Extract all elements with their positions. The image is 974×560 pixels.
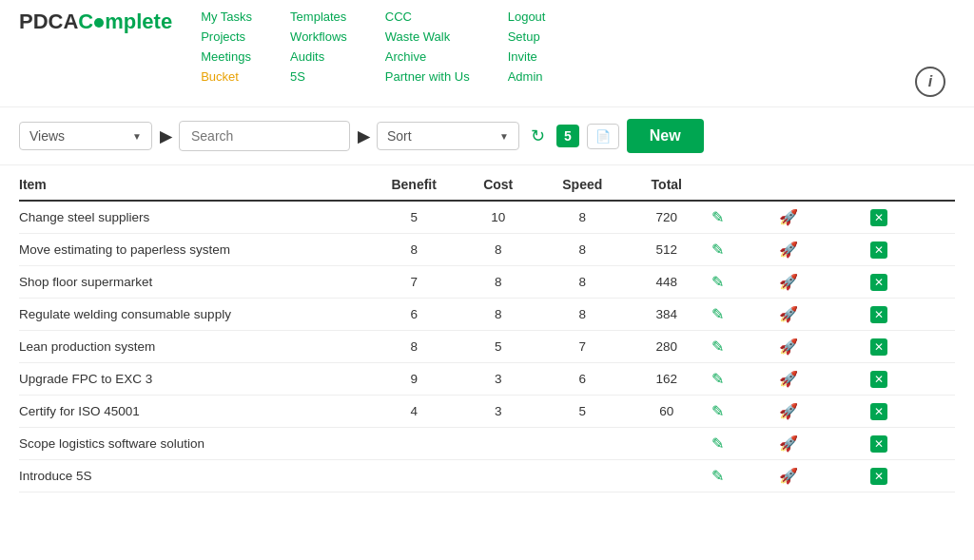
sort-dropdown[interactable]: Sort ▼ — [377, 122, 519, 150]
table-row: Move estimating to paperless system 8 8 … — [19, 234, 955, 266]
views-dropdown[interactable]: Views ▼ — [19, 122, 152, 150]
table-body: Change steel suppliers 5 10 8 720 ✎ 🚀 ✕ … — [19, 201, 955, 492]
rocket-icon[interactable]: 🚀 — [779, 468, 798, 484]
nav-meetings[interactable]: Meetings — [201, 49, 252, 64]
table-row: Scope logistics software solution ✎ 🚀 ✕ — [19, 428, 955, 460]
cell-launch: 🚀 — [779, 460, 870, 492]
edit-icon[interactable]: ✎ — [711, 338, 724, 355]
edit-icon[interactable]: ✎ — [711, 274, 724, 290]
edit-icon[interactable]: ✎ — [711, 403, 724, 419]
toolbar: Views ▼ ▶ ▶ Sort ▼ ↻ 5 📄 New — [0, 107, 974, 165]
rocket-icon[interactable]: 🚀 — [779, 435, 798, 452]
cell-edit: ✎ — [711, 234, 778, 266]
cell-delete: ✕ — [870, 331, 955, 363]
chevron-down-icon: ▼ — [132, 131, 142, 142]
col-header-total: Total — [628, 169, 712, 201]
delete-icon[interactable]: ✕ — [870, 468, 887, 485]
delete-icon[interactable]: ✕ — [870, 274, 887, 291]
nav-setup[interactable]: Setup — [508, 29, 546, 44]
delete-icon[interactable]: ✕ — [870, 338, 887, 356]
cell-total: 448 — [628, 266, 712, 299]
cell-cost: 8 — [458, 234, 543, 266]
cell-benefit: 5 — [375, 201, 459, 234]
cell-benefit: 4 — [375, 396, 459, 428]
cell-edit: ✎ — [711, 428, 778, 460]
delete-icon[interactable]: ✕ — [870, 403, 887, 420]
cell-delete: ✕ — [870, 396, 955, 428]
table-row: Certify for ISO 45001 4 3 5 60 ✎ 🚀 ✕ — [19, 396, 955, 428]
nav-5s[interactable]: 5S — [290, 69, 347, 84]
nav-projects[interactable]: Projects — [201, 29, 252, 44]
nav-bucket[interactable]: Bucket — [201, 69, 252, 84]
col-header-actions — [711, 169, 955, 201]
items-table: Item Benefit Cost Speed Total Change ste… — [19, 169, 955, 492]
search-arrow-button[interactable]: ▶ — [358, 127, 369, 145]
cell-edit: ✎ — [711, 331, 778, 363]
pdf-button[interactable]: 📄 — [587, 124, 619, 149]
edit-icon[interactable]: ✎ — [711, 468, 724, 484]
edit-icon[interactable]: ✎ — [711, 435, 724, 452]
views-arrow-button[interactable]: ▶ — [160, 127, 171, 145]
cell-edit: ✎ — [711, 201, 778, 234]
rocket-icon[interactable]: 🚀 — [779, 338, 798, 355]
cell-speed: 8 — [543, 234, 628, 266]
table-row: Lean production system 8 5 7 280 ✎ 🚀 ✕ — [19, 331, 955, 363]
cell-speed: 6 — [543, 363, 628, 396]
rocket-icon[interactable]: 🚀 — [779, 274, 798, 290]
cell-delete: ✕ — [870, 428, 955, 460]
rocket-icon[interactable]: 🚀 — [779, 403, 798, 419]
cell-speed — [543, 428, 628, 460]
delete-icon[interactable]: ✕ — [870, 241, 887, 259]
edit-icon[interactable]: ✎ — [711, 241, 724, 258]
cell-launch: 🚀 — [779, 331, 870, 363]
delete-icon[interactable]: ✕ — [870, 209, 887, 226]
cell-cost — [458, 460, 543, 492]
new-button[interactable]: New — [627, 119, 704, 153]
edit-icon[interactable]: ✎ — [711, 209, 724, 225]
nav-logout[interactable]: Logout — [508, 10, 546, 24]
rocket-icon[interactable]: 🚀 — [779, 306, 798, 322]
rocket-icon[interactable]: 🚀 — [779, 371, 798, 387]
col-header-item: Item — [19, 169, 375, 201]
cell-item: Scope logistics software solution — [19, 428, 375, 460]
nav-col-3: CCC Waste Walk Archive Partner with Us — [385, 10, 470, 84]
cell-launch: 🚀 — [779, 266, 870, 299]
table-header: Item Benefit Cost Speed Total — [19, 169, 955, 201]
cell-launch: 🚀 — [779, 396, 870, 428]
cell-item: Introduce 5S — [19, 460, 375, 492]
cell-total: 384 — [628, 299, 712, 331]
nav-archive[interactable]: Archive — [385, 49, 470, 64]
cell-edit: ✎ — [711, 363, 778, 396]
nav-ccc[interactable]: CCC — [385, 10, 470, 24]
rocket-icon[interactable]: 🚀 — [779, 209, 798, 225]
nav-audits[interactable]: Audits — [290, 49, 347, 64]
delete-icon[interactable]: ✕ — [870, 306, 887, 323]
nav-waste-walk[interactable]: Waste Walk — [385, 29, 470, 44]
rocket-icon[interactable]: 🚀 — [779, 241, 798, 258]
nav-partner-with-us[interactable]: Partner with Us — [385, 69, 470, 84]
search-input[interactable] — [179, 121, 350, 151]
cell-total — [628, 460, 712, 492]
cell-edit: ✎ — [711, 396, 778, 428]
refresh-button[interactable]: ↻ — [527, 122, 549, 150]
cell-delete: ✕ — [870, 460, 955, 492]
edit-icon[interactable]: ✎ — [711, 371, 724, 387]
cell-item: Lean production system — [19, 331, 375, 363]
nav-my-tasks[interactable]: My Tasks — [201, 10, 252, 24]
cell-launch: 🚀 — [779, 234, 870, 266]
info-icon[interactable]: i — [915, 67, 945, 97]
cell-speed — [543, 460, 628, 492]
cell-benefit: 9 — [375, 363, 459, 396]
nav-templates[interactable]: Templates — [290, 10, 347, 24]
delete-icon[interactable]: ✕ — [870, 371, 887, 388]
cell-cost: 10 — [458, 201, 543, 234]
nav-workflows[interactable]: Workflows — [290, 29, 347, 44]
edit-icon[interactable]: ✎ — [711, 306, 724, 322]
table-row: Regulate welding consumable supply 6 8 8… — [19, 299, 955, 331]
delete-icon[interactable]: ✕ — [870, 435, 887, 453]
cell-speed: 8 — [543, 266, 628, 299]
nav-admin[interactable]: Admin — [508, 69, 546, 84]
nav-invite[interactable]: Invite — [508, 49, 546, 64]
cell-delete: ✕ — [870, 299, 955, 331]
cell-total: 512 — [628, 234, 712, 266]
